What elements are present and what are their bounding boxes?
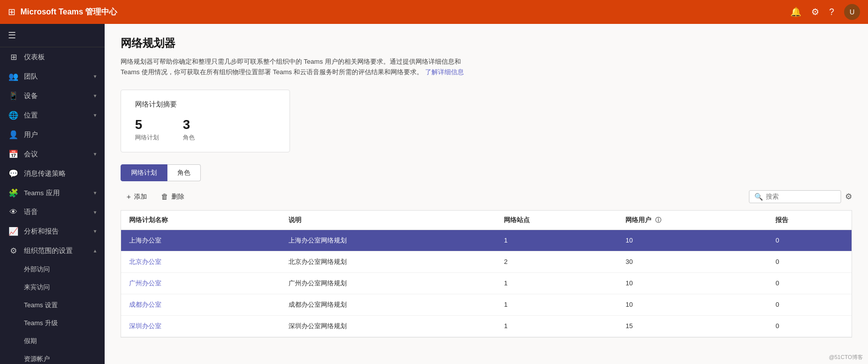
avatar[interactable]: U — [844, 4, 860, 20]
sidebar-item-teams[interactable]: 👥 团队 ▾ — [0, 67, 105, 86]
summary-card: 网络计划摘要 5 网络计划 3 角色 — [121, 90, 290, 152]
add-icon: + — [127, 192, 131, 201]
chevron-down-icon-3: ▾ — [94, 112, 97, 119]
sidebar-label-messaging: 消息传递策略 — [24, 169, 97, 178]
tab-role[interactable]: 角色 — [167, 164, 201, 181]
sidebar-item-holidays[interactable]: 假期 — [0, 332, 105, 350]
sidebar-label-location: 位置 — [24, 111, 94, 120]
sidebar-label-dashboard: 仪表板 — [24, 53, 97, 62]
table-header-row: 网络计划名称 说明 网络站点 网络用户 ⓘ 报告 — [121, 211, 852, 230]
summary-card-title: 网络计划摘要 — [135, 100, 276, 109]
settings-topbar-icon[interactable]: ⚙ — [811, 6, 819, 17]
search-box[interactable]: 🔍 — [749, 190, 841, 203]
sidebar-item-meeting[interactable]: 📅 会议 ▾ — [0, 144, 105, 164]
sidebar-item-devices[interactable]: 📱 设备 ▾ — [0, 86, 105, 106]
sidebar-header: ☰ — [0, 24, 105, 47]
sidebar-label-teams: 团队 — [24, 72, 94, 81]
search-icon: 🔍 — [754, 193, 763, 201]
chevron-up-icon: ▴ — [94, 247, 97, 254]
search-input[interactable] — [766, 193, 836, 200]
cell-report-4: 0 — [767, 315, 852, 337]
cell-desc-4: 深圳办公室网络规划 — [281, 315, 496, 337]
sidebar-item-users[interactable]: 👤 用户 — [0, 125, 105, 144]
sidebar-label-org-settings: 组织范围的设置 — [24, 246, 94, 255]
help-icon[interactable]: ? — [829, 7, 834, 17]
delete-button[interactable]: 🗑 删除 — [155, 189, 190, 204]
role-count: 3 — [183, 117, 195, 132]
cell-desc-1: 北京办公室网络规划 — [281, 251, 496, 272]
sidebar-item-resource-accounts[interactable]: 资源帐户 — [0, 350, 105, 364]
cell-sites-4: 1 — [496, 315, 617, 337]
notification-icon[interactable]: 🔔 — [790, 6, 801, 17]
cell-desc-2: 广州办公室网络规划 — [281, 272, 496, 294]
sidebar-item-teams-apps[interactable]: 🧩 Teams 应用 ▾ — [0, 183, 105, 203]
sidebar-item-teams-settings[interactable]: Teams 设置 — [0, 296, 105, 314]
devices-icon: 📱 — [8, 91, 19, 101]
add-button[interactable]: + 添加 — [121, 189, 153, 204]
cell-name-1[interactable]: 北京办公室 — [121, 251, 281, 272]
sidebar-item-analytics[interactable]: 📈 分析和报告 ▾ — [0, 222, 105, 241]
network-plan-table: 网络计划名称 说明 网络站点 网络用户 ⓘ 报告 上海办公室 上海办公室网络规划… — [121, 211, 852, 337]
chevron-down-icon-7: ▾ — [94, 228, 97, 235]
sidebar-item-external-access[interactable]: 外部访问 — [0, 260, 105, 278]
chevron-down-icon: ▾ — [94, 73, 97, 80]
sidebar-item-teams-upgrade[interactable]: Teams 升级 — [0, 314, 105, 332]
sidebar-item-dashboard[interactable]: ⊞ 仪表板 — [0, 47, 105, 67]
sidebar-item-org-settings[interactable]: ⚙ 组织范围的设置 ▴ — [0, 241, 105, 260]
sidebar: ☰ ⊞ 仪表板 👥 团队 ▾ 📱 设备 ▾ 🌐 位置 ▾ 👤 用户 📅 会议 — [0, 24, 105, 364]
sidebar-item-location[interactable]: 🌐 位置 ▾ — [0, 106, 105, 125]
cell-users-2: 10 — [617, 272, 767, 294]
info-icon: ⓘ — [655, 217, 661, 224]
summary-stats: 5 网络计划 3 角色 — [135, 117, 276, 142]
content-area: 网络规划器 网络规划器可帮助你确定和整理只需几步即可联系整个组织中的 Teams… — [105, 24, 868, 364]
tab-network-plan[interactable]: 网络计划 — [121, 164, 167, 181]
cell-desc-0: 上海办公室网络规划 — [281, 230, 496, 251]
cell-users-1: 30 — [617, 251, 767, 272]
cell-name-2[interactable]: 广州办公室 — [121, 272, 281, 294]
col-users: 网络用户 ⓘ — [617, 211, 767, 230]
messaging-icon: 💬 — [8, 169, 19, 178]
sidebar-label-voice: 语音 — [24, 208, 94, 217]
column-settings-icon[interactable]: ⚙ — [845, 192, 852, 201]
chevron-down-icon-6: ▾ — [94, 209, 97, 216]
toolbar-right: 🔍 ⚙ — [749, 190, 852, 203]
cell-sites-3: 1 — [496, 294, 617, 315]
users-icon: 👤 — [8, 130, 19, 139]
add-label: 添加 — [134, 192, 147, 201]
table-container: 网络计划名称 说明 网络站点 网络用户 ⓘ 报告 上海办公室 上海办公室网络规划… — [121, 210, 852, 338]
learn-more-link[interactable]: 了解详细信息 — [425, 68, 464, 76]
table-row[interactable]: 上海办公室 上海办公室网络规划 1 10 0 — [121, 230, 852, 251]
cell-name-3[interactable]: 成都办公室 — [121, 294, 281, 315]
table-row[interactable]: 广州办公室 广州办公室网络规划 1 10 0 — [121, 272, 852, 294]
dashboard-icon: ⊞ — [8, 52, 19, 62]
cell-name-4[interactable]: 深圳办公室 — [121, 315, 281, 337]
topbar-right: 🔔 ⚙ ? U — [790, 4, 860, 20]
col-name: 网络计划名称 — [121, 211, 281, 230]
sidebar-label-analytics: 分析和报告 — [24, 227, 94, 236]
table-row[interactable]: 北京办公室 北京办公室网络规划 2 30 0 — [121, 251, 852, 272]
grid-icon[interactable]: ⊞ — [8, 6, 15, 17]
hamburger-icon[interactable]: ☰ — [8, 30, 16, 41]
analytics-icon: 📈 — [8, 227, 19, 236]
topbar-left: ⊞ Microsoft Teams 管理中心 — [8, 6, 117, 17]
cell-users-0: 10 — [617, 230, 767, 251]
cell-sites-1: 2 — [496, 251, 617, 272]
watermark: @51CTO博客 — [829, 354, 863, 361]
plan-stat: 5 网络计划 — [135, 117, 159, 142]
cell-report-0: 0 — [767, 230, 852, 251]
col-desc: 说明 — [281, 211, 496, 230]
sidebar-label-users: 用户 — [24, 130, 97, 139]
cell-name-0[interactable]: 上海办公室 — [121, 230, 281, 251]
sidebar-item-guest-access[interactable]: 来宾访问 — [0, 278, 105, 296]
sidebar-item-messaging[interactable]: 💬 消息传递策略 — [0, 164, 105, 183]
delete-icon: 🗑 — [161, 192, 168, 201]
location-icon: 🌐 — [8, 111, 19, 120]
sidebar-label-meeting: 会议 — [24, 150, 94, 159]
toolbar: + 添加 🗑 删除 🔍 ⚙ — [121, 189, 852, 204]
role-label: 角色 — [183, 133, 195, 142]
topbar: ⊞ Microsoft Teams 管理中心 🔔 ⚙ ? U — [0, 0, 868, 24]
table-row[interactable]: 成都办公室 成都办公室网络规划 1 10 0 — [121, 294, 852, 315]
meeting-icon: 📅 — [8, 149, 19, 159]
sidebar-item-voice[interactable]: 👁 语音 ▾ — [0, 203, 105, 222]
table-row[interactable]: 深圳办公室 深圳办公室网络规划 1 15 0 — [121, 315, 852, 337]
